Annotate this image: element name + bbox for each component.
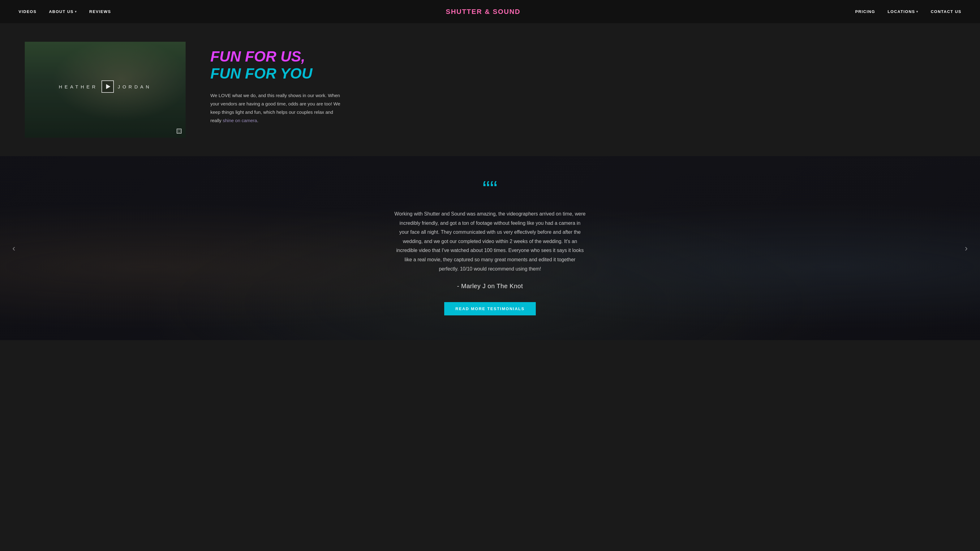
- nav-item-about[interactable]: ABOUT US ▾: [49, 9, 77, 14]
- prev-testimonial-button[interactable]: ‹: [9, 240, 18, 256]
- next-testimonial-button[interactable]: ›: [962, 240, 971, 256]
- logo-amp: &: [482, 8, 493, 16]
- fullscreen-icon: [177, 129, 181, 133]
- nav-item-reviews[interactable]: REVIEWS: [89, 9, 111, 14]
- testimonial-author: - Marley J on The Knot: [457, 283, 523, 290]
- main-section: HEATHER JORDAN FUN FOR US, FUN FOR YOU W…: [0, 23, 980, 156]
- nav-item-pricing[interactable]: PRICING: [855, 9, 875, 14]
- video-title-right: JORDAN: [118, 84, 151, 89]
- nav-right: PRICING LOCATIONS ▾ CONTACT US: [855, 9, 961, 14]
- shine-on-camera-link[interactable]: shine on camera: [223, 118, 257, 123]
- video-thumbnail-container: HEATHER JORDAN: [25, 42, 186, 138]
- video-title-overlay: HEATHER JORDAN: [25, 80, 186, 93]
- chevron-down-icon: ▾: [75, 10, 77, 13]
- nav-item-contact[interactable]: CONTACT US: [931, 9, 961, 14]
- nav-item-videos[interactable]: VIDEOS: [19, 9, 37, 14]
- testimonial-section: ‹ ““ Working with Shutter and Sound was …: [0, 156, 980, 340]
- read-testimonials-button[interactable]: READ MORE TESTIMONIALS: [444, 302, 536, 315]
- chevron-down-icon: ▾: [916, 10, 918, 13]
- testimonial-text: Working with Shutter and Sound was amazi…: [394, 209, 586, 273]
- play-button[interactable]: [102, 80, 114, 93]
- section-description: We LOVE what we do, and this really show…: [210, 91, 340, 125]
- heading-line1: FUN FOR US,: [210, 48, 955, 65]
- logo-sound: SOUND: [493, 8, 520, 16]
- video-thumbnail: HEATHER JORDAN: [25, 42, 186, 138]
- heading-line2: FUN FOR YOU: [210, 65, 955, 82]
- fullscreen-button[interactable]: [176, 128, 183, 135]
- text-section: FUN FOR US, FUN FOR YOU We LOVE what we …: [210, 42, 955, 125]
- section-heading: FUN FOR US, FUN FOR YOU: [210, 48, 955, 82]
- nav-left: VIDEOS ABOUT US ▾ REVIEWS: [19, 9, 111, 14]
- navbar: VIDEOS ABOUT US ▾ REVIEWS SHUTTER & SOUN…: [0, 0, 980, 23]
- nav-item-locations[interactable]: LOCATIONS ▾: [888, 9, 918, 14]
- logo-shutter: SHUTTER: [446, 8, 482, 16]
- video-title-left: HEATHER: [59, 84, 98, 89]
- site-logo[interactable]: SHUTTER & SOUND: [446, 8, 520, 16]
- quote-icon: ““: [482, 178, 498, 200]
